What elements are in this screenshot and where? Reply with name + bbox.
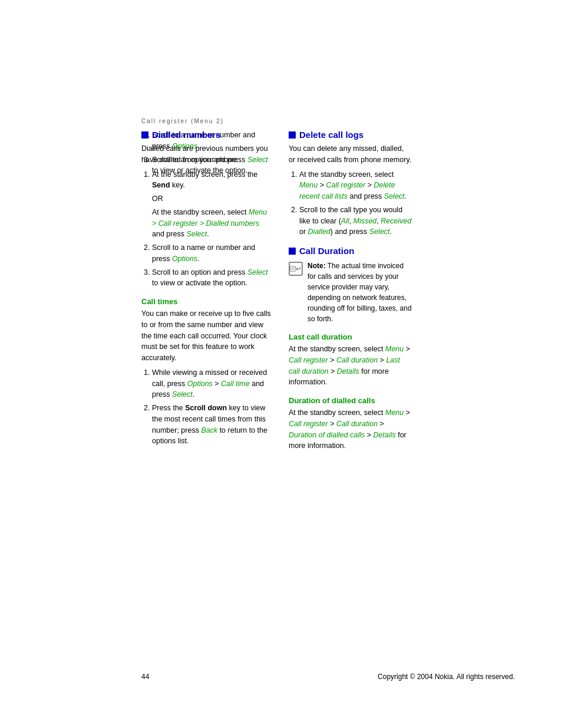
note-bold: Note: bbox=[308, 262, 326, 270]
call-times-body: You can make or receive up to five calls… bbox=[141, 308, 271, 364]
callduration-link2: Call duration bbox=[336, 420, 378, 428]
note-box: Note: The actual time invoiced for calls… bbox=[289, 261, 412, 324]
duration-dialled-calls-heading: Duration of dialled calls bbox=[289, 396, 412, 405]
dialled-numbers-list: At the standby screen, press the Send ke… bbox=[141, 169, 271, 289]
delete-call-logs-icon bbox=[289, 131, 296, 139]
delete-call-logs-heading: Delete call logs bbox=[289, 130, 412, 140]
back-link: Back bbox=[201, 426, 217, 434]
dialled-numbers-title: Dialled numbers bbox=[152, 130, 221, 140]
select-link5: Select bbox=[369, 228, 390, 236]
duration-dialled-calls-body: At the standby screen, select Menu > Cal… bbox=[289, 407, 412, 452]
last-call-duration-heading: Last call duration bbox=[289, 332, 412, 341]
call-duration-heading: Call Duration bbox=[289, 246, 412, 256]
dialled-numbers-heading: Dialled numbers bbox=[141, 130, 271, 140]
call-times-heading: Call times bbox=[141, 297, 271, 306]
missed-link: Missed bbox=[353, 217, 377, 225]
send-bold: Send bbox=[152, 181, 170, 189]
select-link4: Select bbox=[384, 192, 405, 200]
callregister-link2: Call register bbox=[326, 181, 366, 189]
dialled-list-item-3: Scroll to an option and press Select to … bbox=[152, 267, 271, 289]
call-duration-icon bbox=[289, 248, 296, 255]
delete-call-logs-title: Delete call logs bbox=[299, 130, 363, 140]
note-body: The actual time invoiced for calls and s… bbox=[308, 262, 412, 323]
delete-call-logs-list: At the standby screen, select Menu > Cal… bbox=[289, 169, 412, 238]
callregister-link4: Call register bbox=[289, 420, 328, 428]
received-link: Received bbox=[381, 217, 411, 225]
or-label: OR bbox=[152, 193, 271, 205]
last-call-duration-body: At the standby screen, select Menu > Cal… bbox=[289, 344, 412, 388]
delete-call-logs-body: You can delete any missed, dialled, or r… bbox=[289, 143, 412, 166]
menu-link3: Menu bbox=[385, 345, 404, 353]
call-duration-title: Call Duration bbox=[299, 246, 354, 256]
select-link1: Select bbox=[186, 230, 207, 238]
details-link1: Details bbox=[337, 367, 359, 375]
delete-item-2: Scroll to the call type you would like t… bbox=[299, 205, 412, 238]
options-link3: Options bbox=[187, 380, 213, 388]
calltimes-item-1: While viewing a missed or received call,… bbox=[152, 367, 271, 400]
calltimes-item-2: Press the Scroll down key to view the mo… bbox=[152, 403, 271, 447]
scrolldown-bold: Scroll down bbox=[185, 404, 227, 412]
dialled-list-item-2: Scroll to a name or number and press Opt… bbox=[152, 242, 271, 265]
options-link2: Options bbox=[172, 255, 197, 263]
all-link: All bbox=[341, 217, 349, 225]
durationdialledcalls-link: Duration of dialled calls bbox=[289, 431, 365, 439]
menu-link2: Menu bbox=[299, 181, 318, 189]
menu-link1: Menu bbox=[249, 208, 267, 216]
calltime-link: Call time bbox=[221, 380, 250, 388]
header-label: Call register (Menu 2) bbox=[141, 118, 224, 124]
menu-link4: Menu bbox=[385, 409, 404, 417]
page-number: 44 bbox=[141, 673, 149, 681]
delete-item-1: At the standby screen, select Menu > Cal… bbox=[299, 169, 412, 202]
dialled-list-item-1: At the standby screen, press the Send ke… bbox=[152, 169, 271, 241]
dialled-numbers-body: Dialled calls are previous numbers you h… bbox=[141, 143, 271, 166]
note-symbol-svg bbox=[290, 265, 296, 273]
note-icon bbox=[289, 262, 303, 276]
dialled-item1-text: At the standby screen, press the Send ke… bbox=[152, 170, 257, 190]
dialled-link: Dialled bbox=[308, 228, 330, 236]
select-link3: Select bbox=[172, 390, 193, 398]
select-link2: Select bbox=[247, 268, 268, 276]
copyright-text: Copyright © 2004 Nokia. All rights reser… bbox=[378, 673, 515, 681]
note-text: Note: The actual time invoiced for calls… bbox=[308, 261, 412, 324]
dialled-numbers-icon bbox=[141, 131, 148, 139]
left-column: Dialled numbers Dialled calls are previo… bbox=[141, 130, 271, 455]
footer: 44 Copyright © 2004 Nokia. All rights re… bbox=[141, 673, 515, 681]
call-times-list: While viewing a missed or received call,… bbox=[141, 367, 271, 447]
callregister-link3: Call register bbox=[289, 356, 328, 364]
callduration-link1: Call duration bbox=[336, 356, 378, 364]
right-column: Delete call logs You can delete any miss… bbox=[289, 130, 412, 455]
callregister-diallednum-link: > Call register > Dialled numbers bbox=[152, 219, 259, 228]
details-link2: Details bbox=[373, 431, 396, 439]
dialled-or-text: At the standby screen, select Menu > Cal… bbox=[152, 208, 267, 239]
